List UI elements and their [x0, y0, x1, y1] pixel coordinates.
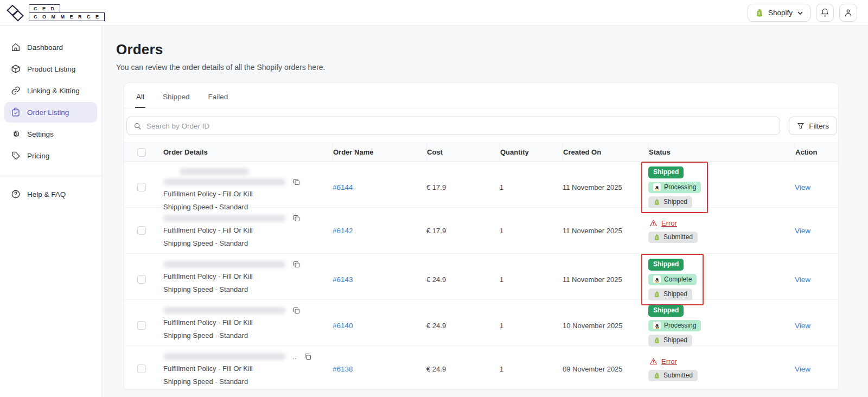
view-order-link[interactable]: View [795, 365, 810, 373]
error-link[interactable]: Error [661, 219, 677, 227]
sidebar-item-dashboard[interactable]: Dashboard [4, 37, 97, 57]
sidebar-item-label: Order Listing [27, 108, 69, 117]
sidebar-item-pricing[interactable]: Pricing [4, 145, 97, 166]
select-all-checkbox[interactable] [137, 148, 146, 157]
page-subtitle: You can review the order details of all … [116, 63, 839, 72]
top-header: C E D C O M M E R C E Shopify [0, 0, 868, 26]
page-title: Orders [116, 41, 839, 58]
order-created-on: 11 November 2025 [563, 208, 648, 253]
status-badge-shopify: Shipped [648, 196, 692, 208]
order-created-on: 11 November 2025 [563, 254, 648, 305]
order-created-on: 09 November 2025 [563, 346, 648, 389]
gear-icon [11, 129, 21, 139]
column-header-cost: Cost [426, 143, 500, 161]
sidebar: Dashboard Product Listing Linking & Kitt… [0, 26, 102, 397]
store-switcher-button[interactable]: Shopify [748, 4, 810, 22]
view-order-link[interactable]: View [795, 227, 810, 235]
chevron-down-icon [797, 10, 803, 16]
search-icon [133, 122, 142, 130]
status-badge-shopify: Submitted [648, 232, 698, 244]
table-row: Fulfillment Policy - Fill Or Kill Shippi… [124, 254, 838, 300]
order-cost: € 24.9 [426, 346, 500, 389]
column-header-order-details: Order Details [163, 148, 333, 156]
error-link[interactable]: Error [661, 357, 677, 366]
shipping-speed-text: Shipping Speed - Standard [163, 376, 248, 387]
status-badge-shipped: Shipped [648, 167, 684, 178]
order-quantity: 1 [500, 300, 563, 351]
status-stack: ErrorSubmitted [641, 213, 705, 248]
search-input[interactable] [146, 122, 773, 130]
status-error[interactable]: Error [648, 357, 677, 366]
order-name-link[interactable]: #6143 [333, 276, 353, 284]
shopify-logo-icon [755, 8, 764, 17]
amazon-icon: a [653, 276, 661, 283]
sidebar-item-settings[interactable]: Settings [4, 124, 97, 144]
sidebar-item-label: Help & FAQ [27, 190, 66, 198]
shipping-speed-text: Shipping Speed - Standard [163, 330, 248, 341]
sidebar-item-product-listing[interactable]: Product Listing [4, 59, 97, 79]
row-checkbox[interactable] [137, 321, 146, 330]
copy-icon[interactable] [292, 306, 301, 315]
fulfillment-policy-text: Fulfillment Policy - Fill Or Kill [163, 363, 253, 374]
account-button[interactable] [839, 4, 857, 22]
sidebar-item-label: Linking & Kitting [27, 87, 80, 95]
table-row: Fulfillment Policy - Fill Or Kill Shippi… [124, 162, 838, 208]
sidebar-item-linking-kitting[interactable]: Linking & Kitting [4, 80, 97, 101]
shopify-icon [653, 234, 660, 241]
order-name-link[interactable]: #6144 [333, 183, 353, 191]
shipping-speed-text: Shipping Speed - Standard [163, 238, 248, 248]
sidebar-item-help-faq[interactable]: Help & FAQ [4, 184, 97, 204]
logo-line1: C E D [29, 4, 60, 13]
row-checkbox[interactable] [137, 364, 146, 373]
cedcommerce-diamond-icon [7, 4, 24, 22]
table-row: Fulfillment Policy - Fill Or Kill Shippi… [124, 208, 838, 254]
status-badge-shopify: Shipped [648, 289, 692, 300]
column-header-quantity: Quantity [500, 143, 563, 161]
user-icon [844, 8, 853, 17]
tab-all[interactable]: All [135, 91, 145, 108]
sidebar-item-label: Dashboard [27, 43, 63, 52]
column-header-action: Action [795, 143, 838, 161]
row-checkbox[interactable] [137, 275, 146, 284]
order-name-link[interactable]: #6140 [333, 322, 353, 330]
order-cost: € 24.9 [426, 300, 500, 351]
redacted-customer-name [163, 306, 301, 315]
order-quantity: 1 [500, 254, 563, 305]
status-badge-shopify: Submitted [648, 370, 698, 382]
status-badge-shopify: Shipped [648, 335, 692, 347]
table-row: .. Fulfillment Policy - Fill Or Kill Shi… [124, 346, 838, 389]
order-name-link[interactable]: #6142 [333, 227, 353, 235]
order-quantity: 1 [500, 346, 563, 389]
copy-icon[interactable] [292, 178, 301, 186]
bell-icon [820, 8, 829, 17]
truncation-dots: .. [292, 353, 297, 361]
search-box[interactable] [126, 117, 780, 135]
shopify-icon [653, 198, 660, 206]
redacted-customer-name: .. [163, 353, 312, 361]
tab-shipped[interactable]: Shipped [162, 91, 191, 108]
row-checkbox[interactable] [137, 183, 146, 191]
tab-failed[interactable]: Failed [207, 91, 229, 108]
order-name-link[interactable]: #6138 [333, 365, 353, 373]
filter-funnel-icon [797, 122, 805, 130]
sidebar-item-label: Settings [27, 130, 54, 138]
home-icon [11, 42, 21, 52]
row-checkbox[interactable] [137, 226, 146, 235]
filters-button[interactable]: Filters [789, 117, 837, 135]
view-order-link[interactable]: View [795, 322, 810, 330]
copy-icon[interactable] [292, 214, 301, 222]
link-icon [11, 86, 21, 95]
fulfillment-policy-text: Fulfillment Policy - Fill Or Kill [163, 189, 253, 199]
notifications-button[interactable] [816, 4, 834, 22]
copy-icon[interactable] [304, 353, 312, 361]
amazon-icon: a [653, 183, 661, 191]
status-stack-highlighted: ShippedaProcessingShipped [641, 162, 708, 213]
tag-icon [11, 151, 21, 161]
view-order-link[interactable]: View [795, 183, 810, 191]
view-order-link[interactable]: View [795, 276, 810, 284]
status-error[interactable]: Error [648, 219, 677, 227]
redacted-customer-name [163, 214, 301, 222]
order-cost: € 24.9 [426, 254, 500, 305]
copy-icon[interactable] [292, 260, 301, 268]
sidebar-item-order-listing[interactable]: Order Listing [4, 102, 97, 123]
